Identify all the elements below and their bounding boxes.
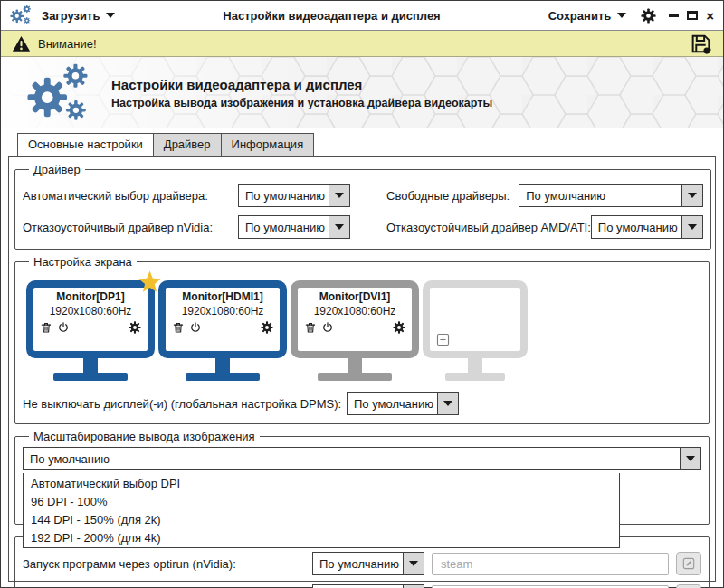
- warning-bar: Внимание!: [1, 31, 723, 57]
- monitor-screen: Monitor[HDMI1] 1920x1080:60Hz: [158, 280, 287, 358]
- primusun-app-input[interactable]: [432, 585, 669, 588]
- minimize-button[interactable]: [669, 14, 679, 17]
- save-menu-label: Сохранить: [548, 9, 612, 23]
- chevron-down-icon: [688, 193, 697, 198]
- chevron-down-icon: [686, 456, 695, 461]
- monitor-screen: Monitor[DVI1] 1920x1080:60Hz: [291, 280, 419, 358]
- monitor-stand: [348, 358, 362, 373]
- failsafe-amd-value: По умолчанию: [592, 216, 681, 238]
- dropdown-arrow-button[interactable]: [681, 216, 702, 238]
- chevron-down-icon: [443, 401, 452, 406]
- monitor-list: Monitor[DP1] 1920x1080:60Hz: [23, 270, 701, 383]
- load-menu-label: Загрузить: [42, 9, 100, 23]
- scaling-dropdown-list: Автоматический выбор DPI 96 DPI - 100% 1…: [23, 473, 620, 548]
- dropdown-arrow-button[interactable]: [403, 553, 424, 574]
- monitor-resolution: 1920x1080:60Hz: [39, 305, 142, 318]
- failsafe-amd-label: Отказоустойчивый драйвер AMD/ATI:: [386, 221, 591, 234]
- optirun-value: По умолчанию: [313, 553, 403, 574]
- delete-monitor-icon[interactable]: [172, 321, 185, 334]
- failsafe-nvidia-label: Отказоустойчивый драйвер nVidia:: [23, 221, 238, 234]
- warning-triangle-icon: [12, 34, 31, 53]
- scaling-option-auto-dpi[interactable]: Автоматический выбор DPI: [24, 473, 619, 493]
- optirun-edit-button[interactable]: [676, 552, 701, 575]
- dropdown-arrow-button[interactable]: [329, 216, 349, 238]
- dropdown-arrow-button[interactable]: [437, 393, 458, 414]
- chevron-down-icon: [335, 193, 344, 198]
- monitor-name: Monitor[HDMI1]: [171, 290, 274, 303]
- driver-group: Драйвер Автоматический выбор драйвера: П…: [14, 163, 711, 250]
- screen-group: Настройка экрана Monitor[DP1] 1920x1080:…: [14, 255, 710, 424]
- power-icon[interactable]: [189, 321, 202, 334]
- chevron-down-icon: [409, 561, 418, 566]
- chevron-down-icon: [335, 224, 344, 230]
- chevron-down-icon: [617, 13, 626, 18]
- delete-monitor-icon[interactable]: [40, 321, 52, 334]
- monitor-settings-gear-icon[interactable]: [393, 321, 405, 334]
- free-drivers-select[interactable]: По умолчанию: [519, 184, 703, 207]
- failsafe-amd-select[interactable]: По умолчанию: [591, 215, 703, 239]
- window-title: Настройки видеоадаптера и дисплея: [122, 9, 540, 23]
- optirun-app-input[interactable]: [432, 553, 669, 575]
- monitor-settings-gear-icon[interactable]: [129, 321, 141, 334]
- dropdown-arrow-button[interactable]: [680, 448, 700, 469]
- tab-information[interactable]: Информация: [221, 133, 315, 156]
- failsafe-nvidia-select[interactable]: По умолчанию: [238, 215, 350, 239]
- monitor-screen: Monitor[DP1] 1920x1080:60Hz: [26, 280, 155, 358]
- monitor-card-dvi1[interactable]: Monitor[DVI1] 1920x1080:60Hz: [291, 280, 419, 381]
- dropdown-arrow-button[interactable]: [329, 185, 349, 206]
- add-monitor-plus-icon[interactable]: [435, 332, 451, 347]
- power-icon[interactable]: [321, 321, 334, 334]
- monitor-name: Monitor[DP1]: [39, 290, 142, 303]
- monitor-stand: [215, 358, 230, 373]
- tab-content-panel: Драйвер Автоматический выбор драйвера: П…: [8, 156, 716, 582]
- monitor-settings-gear-icon[interactable]: [261, 321, 273, 334]
- app-logo-gears-icon: [23, 63, 97, 123]
- monitor-stand: [83, 358, 98, 373]
- page-subtitle: Настройка вывода изображения и установка…: [111, 97, 492, 109]
- driver-group-legend: Драйвер: [29, 163, 85, 176]
- add-monitor-card[interactable]: [423, 280, 528, 381]
- monitor-name: Monitor[DVI1]: [303, 290, 406, 303]
- save-floppy-icon[interactable]: [690, 33, 712, 55]
- dpms-label: Не выключать дисплей(-и) (глобальная нас…: [23, 397, 347, 411]
- power-icon[interactable]: [57, 321, 70, 334]
- dpms-value: По умолчанию: [348, 393, 437, 414]
- monitor-resolution: 1920x1080:60Hz: [171, 305, 274, 318]
- app-window: Загрузить Настройки видеоадаптера и дисп…: [0, 0, 724, 588]
- optirun-label: Запуск программ через optirun (nVidia):: [23, 557, 312, 571]
- window-controls: ×: [669, 9, 714, 23]
- close-button[interactable]: ×: [706, 9, 714, 23]
- primusun-select[interactable]: По умолчанию: [312, 584, 424, 588]
- save-menu-button[interactable]: Сохранить: [548, 9, 627, 23]
- maximize-button[interactable]: [687, 11, 698, 20]
- monitor-card-dp1[interactable]: Monitor[DP1] 1920x1080:60Hz: [26, 280, 155, 381]
- chevron-down-icon: [106, 13, 115, 18]
- title-bar: Загрузить Настройки видеоадаптера и дисп…: [1, 1, 723, 31]
- scaling-select[interactable]: По умолчанию: [23, 447, 701, 470]
- monitor-card-hdmi1[interactable]: Monitor[HDMI1] 1920x1080:60Hz: [158, 280, 287, 381]
- page-title: Настройки видеоадаптера и дисплея: [111, 77, 492, 92]
- auto-driver-select[interactable]: По умолчанию: [238, 184, 350, 207]
- monitor-base: [53, 373, 128, 381]
- primusun-edit-button[interactable]: [676, 584, 701, 588]
- settings-gear-icon[interactable]: [641, 8, 656, 24]
- scaling-option-144dpi[interactable]: 144 DPI - 150% (для 2k): [24, 511, 619, 529]
- edit-pencil-icon: [681, 556, 696, 571]
- optirun-select[interactable]: По умолчанию: [312, 552, 424, 575]
- dpms-select[interactable]: По умолчанию: [347, 392, 459, 415]
- chevron-down-icon: [688, 224, 697, 230]
- delete-monitor-icon[interactable]: [304, 321, 317, 334]
- page-header: Настройки видеоадаптера и дисплея Настро…: [1, 57, 723, 128]
- scaling-value: По умолчанию: [24, 448, 680, 469]
- header-text-block: Настройки видеоадаптера и дисплея Настро…: [111, 77, 492, 109]
- monitor-base: [445, 373, 505, 381]
- monitor-stand: [468, 358, 482, 373]
- tab-driver[interactable]: Драйвер: [153, 133, 222, 156]
- load-menu-button[interactable]: Загрузить: [42, 9, 115, 23]
- scaling-option-192dpi[interactable]: 192 DPI - 200% (для 4k): [24, 529, 619, 547]
- tab-main-settings[interactable]: Основные настройки: [17, 133, 154, 157]
- scaling-option-96dpi[interactable]: 96 DPI - 100%: [24, 493, 619, 511]
- scaling-group: Масштабирование вывода изображения По ум…: [14, 430, 710, 525]
- dropdown-arrow-button[interactable]: [681, 185, 702, 206]
- monitor-base: [186, 373, 260, 381]
